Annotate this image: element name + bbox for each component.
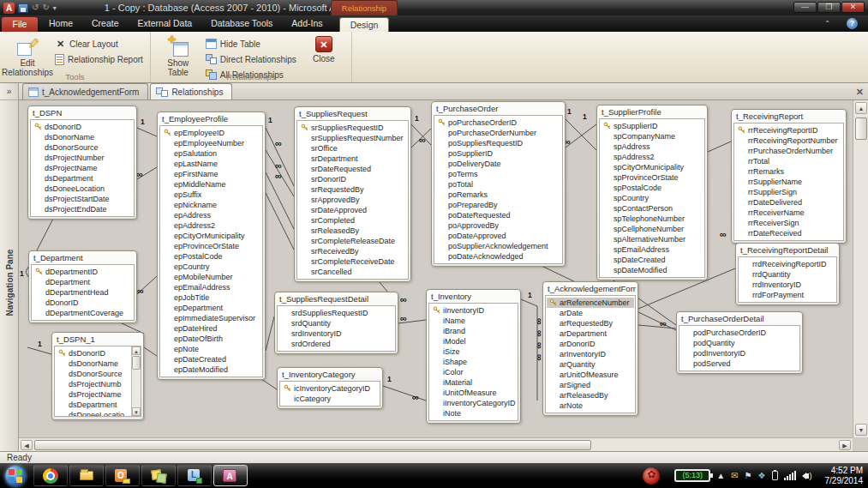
table-title[interactable]: t_ReceivingReportDetail [738,244,837,256]
field-spCompanyName[interactable]: spCompanyName [601,131,703,142]
field-poSupplierAcknowledgement[interactable]: poSupplierAcknowledgement [435,241,561,251]
action-center-flag-icon[interactable]: ⚑ [745,471,752,481]
field-arDepartment[interactable]: arDepartment [547,328,634,339]
start-button[interactable] [5,466,26,486]
show-table-button[interactable]: ShowTable [154,34,202,77]
tab-create[interactable]: Create [82,15,129,32]
field-dDepartment[interactable]: dDepartment [33,277,133,287]
field-arDate[interactable]: arDate [547,308,634,318]
battery-meter-icon[interactable]: (5:13) [674,469,710,482]
close-button[interactable]: ✕Close [300,34,348,63]
field-srDonorID[interactable]: srDonorID [298,174,407,184]
field-srSuppliesRequestID[interactable]: srSuppliesRequestID [298,123,407,133]
field-rrReceiverSign[interactable]: rrReceiverSign [735,218,842,228]
field-poTerms[interactable]: poTerms [435,169,561,179]
expand-nav-pane-icon[interactable]: » [0,83,18,100]
field-poDeliveryDate[interactable]: poDeliveryDate [435,159,561,169]
field-epCityOrMunicipality[interactable]: epCityOrMunicipality [161,231,261,241]
field-iUnitOfMeasure[interactable]: iUnitOfMeasure [430,388,517,398]
table-t_EmployeeProfile[interactable]: t_EmployeeProfileepEmployeeIDepEmployeeN… [157,111,266,380]
field-dsProjectNumber[interactable]: dsProjectNumber [32,153,133,163]
field-srCompleteReleaseDate[interactable]: srCompleteReleaseDate [298,236,407,246]
taskbar-app-lync[interactable]: L [177,465,212,486]
mail-tray-icon[interactable]: ✉ [731,471,738,481]
field-epAddress2[interactable]: epAddress2 [161,220,261,231]
field-dsDonorName[interactable]: dsDonorName [32,132,133,142]
network-signal-icon[interactable] [784,471,796,480]
field-srCompleted[interactable]: srCompleted [298,215,407,226]
field-epDepartment[interactable]: epDepartment [161,303,261,313]
field-dsProjectName[interactable]: dsProjectName [56,389,130,400]
field-podServed[interactable]: podServed [680,358,799,369]
field-spAddress[interactable]: spAddress [601,142,703,152]
field-spCellphoneNumber[interactable]: spCellphoneNumber [601,224,703,234]
clear-layout-button[interactable]: ✕Clear Layout [51,37,147,51]
field-podPurchaseOrderID[interactable]: podPurchaseOrderID [680,328,799,338]
field-epMobileNumber[interactable]: epMobileNumber [161,272,261,282]
table-title[interactable]: t_SupplierProfile [599,106,705,118]
field-epDateHired[interactable]: epDateHired [161,323,261,334]
field-dsProjectNumb[interactable]: dsProjectNumb [56,379,130,389]
edit-relationships-button[interactable]: EditRelationships [3,34,51,77]
field-spProvinceOrState[interactable]: spProvinceOrState [601,172,703,183]
tab-design[interactable]: Design [339,17,389,32]
field-podQuantity[interactable]: podQuantity [680,338,799,348]
table-title[interactable]: t_PurchaseOrder [434,103,563,115]
field-srDateApproved[interactable]: srDateApproved [298,205,407,215]
field-arSigned[interactable]: arSigned [547,380,634,390]
table-t_ReceivingReport[interactable]: t_ReceivingReportrrReceivingReportIDrrRe… [731,109,847,244]
field-srDepartment[interactable]: srDepartment [298,154,407,164]
field-dsDonorID[interactable]: dsDonorID [32,122,133,132]
field-spCountry[interactable]: spCountry [601,193,703,203]
field-spPostalCode[interactable]: spPostalCode [601,183,703,193]
taskbar-app-chrome[interactable] [33,465,68,486]
field-iShape[interactable]: iShape [430,357,517,367]
field-epDateOfBirth[interactable]: epDateOfBirth [161,334,261,344]
tab-external-data[interactable]: External Data [129,15,202,32]
taskbar-app-outlook[interactable]: O [105,465,140,486]
field-spEmailAddress[interactable]: spEmailAddress [601,244,703,255]
field-dsProjectStartDate[interactable]: dsProjectStartDate [32,194,133,204]
field-rrdReceivingReportID[interactable]: rrdReceivingReportID [739,259,835,269]
field-rrReceivingReportNumber[interactable]: rrReceivingReportNumber [735,136,842,146]
table-t_DSPN[interactable]: t_DSPNdsDonorIDdsDonorNamedsDonorSourced… [27,105,137,220]
redo-icon[interactable]: ↻ [42,3,49,12]
table-t_DSPN_1[interactable]: t_DSPN_1dsDonorIDdsDonorNamedsDonorSourc… [51,332,144,420]
table-title[interactable]: t_PurchaseOrderDetail [679,313,800,325]
field-epNickname[interactable]: epNickname [161,200,261,210]
taskbar-app-explorer[interactable] [69,465,104,486]
scroll-thumb[interactable] [132,356,141,370]
table-t_Department[interactable]: t_DepartmentdDepartmentIDdDepartmentdDep… [28,250,137,323]
field-rrRemarks[interactable]: rrRemarks [735,166,842,177]
field-epJobTitle[interactable]: epJobTitle [161,292,261,303]
minimize-ribbon-icon[interactable]: ⌃ [824,20,830,27]
field-srdInventoryID[interactable]: srdInventoryID [278,328,394,339]
scroll-down-icon[interactable]: ▼ [855,424,867,436]
help-icon[interactable]: ? [847,18,858,29]
scroll-left-icon[interactable]: ◀ [21,440,33,450]
field-arUnitOfMeasure[interactable]: arUnitOfMeasure [547,370,634,380]
table-t_SuppliesRequest[interactable]: t_SuppliesRequestsrSuppliesRequestIDsrSu… [294,106,411,282]
field-spAddress2[interactable]: spAddress2 [601,152,703,162]
field-dsProjectName[interactable]: dsProjectName [32,163,133,173]
minimize-button[interactable]: — [793,2,817,13]
relationships-canvas[interactable]: 1∞1∞∞∞1∞11∞11∞∞1∞∞∞∞1∞∞∞∞t_DSPNdsDonorID… [19,100,853,437]
field-epMiddleName[interactable]: epMiddleName [161,179,261,190]
field-poDateApproved[interactable]: poDateApproved [435,231,561,241]
field-epEmployeeID[interactable]: epEmployeeID [161,128,261,138]
field-iSize[interactable]: iSize [430,346,517,357]
field-dDepartmentHead[interactable]: dDepartmentHead [33,287,133,298]
document-tab-t_acknowledgementform[interactable]: t_AcknowledgementForm [22,83,148,99]
field-epFirstName[interactable]: epFirstName [161,169,261,179]
field-rrSupplierName[interactable]: rrSupplierName [735,177,842,187]
scroll-up-icon[interactable]: ▲ [855,102,867,114]
field-dsDonorSource[interactable]: dsDonorSource [56,369,130,379]
field-srSuppliesRequestNumber[interactable]: srSuppliesRequestNumber [298,133,407,143]
table-t_InventoryCategory[interactable]: t_InventoryCategoryicInventoryCategoryID… [277,367,383,409]
field-iInventoryID[interactable]: iInventoryID [430,305,517,316]
volume-icon[interactable]: ) [802,472,812,480]
field-iName[interactable]: iName [430,316,517,326]
field-poTotal[interactable]: poTotal [435,179,561,190]
field-srApprovedBy[interactable]: srApprovedBy [298,195,407,205]
table-t_Inventory[interactable]: t_InventoryiInventoryIDiNameiBrandiModel… [426,289,521,424]
